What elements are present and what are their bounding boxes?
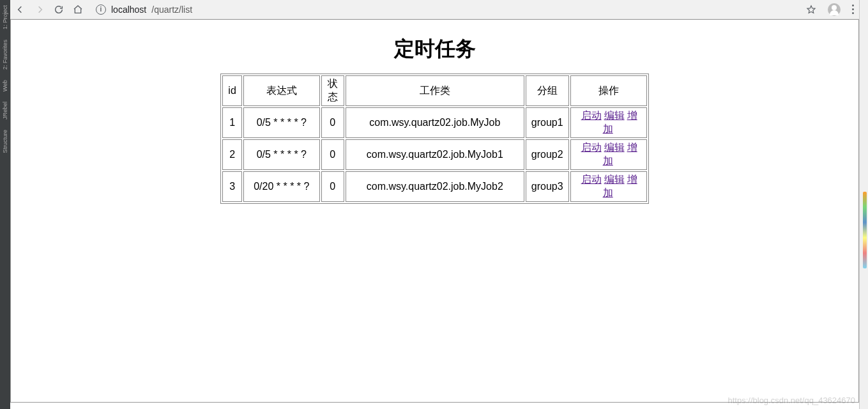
ide-right-gutter bbox=[859, 0, 868, 409]
th-job-class: 工作类 bbox=[346, 75, 524, 106]
th-expression: 表达式 bbox=[243, 75, 320, 106]
op-edit-link[interactable]: 编辑 bbox=[604, 174, 625, 185]
ide-minimap bbox=[863, 192, 867, 268]
page-title: 定时任务 bbox=[11, 35, 858, 63]
cell-id: 3 bbox=[222, 171, 241, 202]
cell-ops: 启动编辑增加 bbox=[570, 171, 647, 202]
cell-job-class: com.wsy.quartz02.job.MyJob bbox=[346, 107, 524, 138]
page-content: 定时任务 id 表达式 状态 工作类 分组 操作 10/5 * * * * ?0… bbox=[10, 19, 859, 403]
op-edit-link[interactable]: 编辑 bbox=[604, 110, 625, 121]
cell-group: group2 bbox=[526, 139, 569, 170]
back-icon[interactable] bbox=[15, 4, 26, 15]
cell-job-class: com.wsy.quartz02.job.MyJob2 bbox=[346, 171, 524, 202]
ide-left-sidebar: 1: Project 2: Favorites Web JRebel Struc… bbox=[0, 0, 10, 409]
cell-expression: 0/5 * * * * ? bbox=[243, 139, 320, 170]
browser-toolbar: i localhost/quartz/list bbox=[10, 0, 859, 19]
table-header-row: id 表达式 状态 工作类 分组 操作 bbox=[222, 75, 646, 106]
op-start-link[interactable]: 启动 bbox=[581, 110, 602, 121]
reload-icon[interactable] bbox=[54, 4, 64, 15]
bookmark-star-icon[interactable] bbox=[806, 4, 816, 15]
cell-status: 0 bbox=[321, 107, 344, 138]
th-ops: 操作 bbox=[570, 75, 647, 106]
op-start-link[interactable]: 启动 bbox=[581, 174, 602, 185]
th-id: id bbox=[222, 75, 241, 106]
cell-job-class: com.wsy.quartz02.job.MyJob1 bbox=[346, 139, 524, 170]
th-group: 分组 bbox=[526, 75, 569, 106]
cell-id: 2 bbox=[222, 139, 241, 170]
ide-tab-web[interactable]: Web bbox=[1, 75, 9, 96]
address-bar[interactable]: i localhost/quartz/list bbox=[92, 4, 797, 15]
op-start-link[interactable]: 启动 bbox=[581, 142, 602, 153]
ide-tab-jrebel[interactable]: JRebel bbox=[1, 96, 9, 125]
cell-id: 1 bbox=[222, 107, 241, 138]
th-status: 状态 bbox=[321, 75, 344, 106]
table-row: 30/20 * * * * ?0com.wsy.quartz02.job.MyJ… bbox=[222, 171, 646, 202]
cell-status: 0 bbox=[321, 171, 344, 202]
profile-avatar-icon[interactable] bbox=[828, 3, 841, 16]
ide-tab-structure[interactable]: Structure bbox=[1, 125, 9, 158]
url-path: /quartz/list bbox=[151, 4, 192, 15]
cell-ops: 启动编辑增加 bbox=[570, 107, 647, 138]
table-row: 20/5 * * * * ?0com.wsy.quartz02.job.MyJo… bbox=[222, 139, 646, 170]
cell-expression: 0/5 * * * * ? bbox=[243, 107, 320, 138]
site-info-icon[interactable]: i bbox=[96, 4, 106, 15]
cell-group: group3 bbox=[526, 171, 569, 202]
home-icon[interactable] bbox=[73, 4, 83, 15]
table-row: 10/5 * * * * ?0com.wsy.quartz02.job.MyJo… bbox=[222, 107, 646, 138]
menu-kebab-icon[interactable] bbox=[852, 4, 854, 14]
op-edit-link[interactable]: 编辑 bbox=[604, 142, 625, 153]
url-host: localhost bbox=[111, 4, 146, 15]
cell-ops: 启动编辑增加 bbox=[570, 139, 647, 170]
cell-group: group1 bbox=[526, 107, 569, 138]
ide-tab-favorites[interactable]: 2: Favorites bbox=[1, 35, 9, 75]
browser-right-icons bbox=[806, 3, 854, 16]
jobs-table: id 表达式 状态 工作类 分组 操作 10/5 * * * * ?0com.w… bbox=[220, 73, 648, 204]
cell-expression: 0/20 * * * * ? bbox=[243, 171, 320, 202]
cell-status: 0 bbox=[321, 139, 344, 170]
ide-tab-project[interactable]: 1: Project bbox=[1, 0, 9, 35]
forward-icon[interactable] bbox=[34, 4, 45, 15]
